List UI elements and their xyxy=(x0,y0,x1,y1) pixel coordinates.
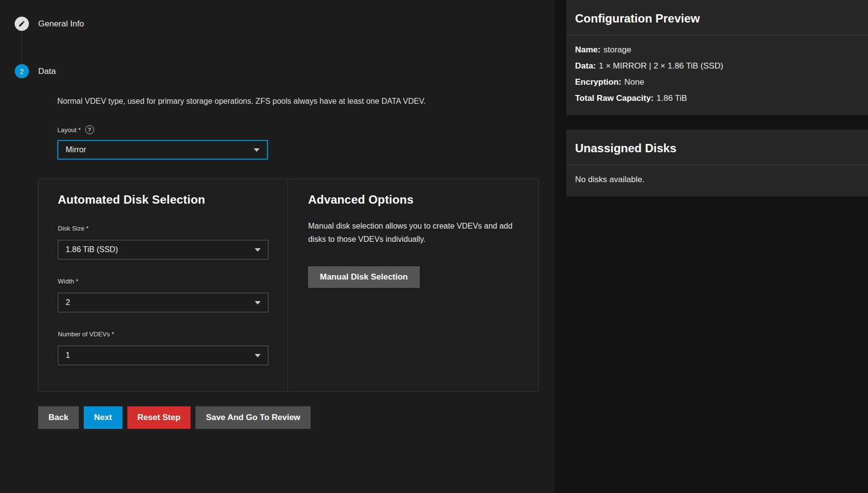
number-of-vdevs-label: Number of VDEVs * xyxy=(58,330,288,338)
config-row-name-label: Name: xyxy=(575,45,601,54)
edit-icon xyxy=(18,20,25,27)
config-row-encryption-label: Encryption: xyxy=(575,77,621,87)
configuration-preview-card: Configuration Preview Name:storage Data:… xyxy=(566,0,868,115)
layout-select[interactable]: Mirror xyxy=(57,140,268,160)
vdev-description: Normal VDEV type, used for primary stora… xyxy=(57,97,554,106)
config-row-name: Name:storage xyxy=(575,45,859,55)
config-row-encryption-value: None xyxy=(624,77,644,87)
disk-selection-panel: Automated Disk Selection Disk Size * 1.8… xyxy=(38,179,539,392)
number-of-vdevs-value: 1 xyxy=(66,351,70,360)
chevron-down-icon xyxy=(255,301,261,305)
automated-disk-selection-section: Automated Disk Selection Disk Size * 1.8… xyxy=(39,179,288,391)
number-of-vdevs-select[interactable]: 1 xyxy=(58,346,268,365)
step-actions: Back Next Reset Step Save And Go To Revi… xyxy=(38,406,554,429)
chevron-down-icon xyxy=(255,248,261,252)
wizard-main: General Info 2 Data Normal VDEV type, us… xyxy=(0,0,554,493)
manual-disk-selection-button[interactable]: Manual Disk Selection xyxy=(308,266,420,288)
no-disks-message: No disks available. xyxy=(575,175,859,185)
disk-size-label: Disk Size * xyxy=(58,225,288,232)
width-value: 2 xyxy=(66,298,70,307)
layout-label: Layout * xyxy=(57,126,81,134)
right-sidebar: Configuration Preview Name:storage Data:… xyxy=(554,0,868,493)
data-step-body: Normal VDEV type, used for primary stora… xyxy=(57,97,554,160)
chevron-down-icon xyxy=(255,354,261,357)
step-data[interactable]: 2 Data xyxy=(0,64,554,78)
unassigned-disks-body: No disks available. xyxy=(566,165,868,196)
step-general-info[interactable]: General Info xyxy=(0,17,554,31)
stepper-connector xyxy=(22,31,22,64)
config-row-name-value: storage xyxy=(603,45,631,54)
config-row-data-value: 1 × MIRROR | 2 × 1.86 TiB (SSD) xyxy=(599,61,723,70)
pool-creation-wizard: General Info 2 Data Normal VDEV type, us… xyxy=(0,0,868,493)
disk-size-value: 1.86 TiB (SSD) xyxy=(66,245,118,254)
disk-size-field: Disk Size * 1.86 TiB (SSD) xyxy=(58,225,288,259)
reset-step-button[interactable]: Reset Step xyxy=(127,406,191,429)
step-1-indicator[interactable] xyxy=(15,17,29,31)
config-row-data-label: Data: xyxy=(575,61,596,70)
layout-label-row: Layout * ? xyxy=(57,125,554,134)
number-of-vdevs-field: Number of VDEVs * 1 xyxy=(58,330,288,365)
unassigned-disks-header: Unassigned Disks xyxy=(566,130,868,165)
configuration-preview-title: Configuration Preview xyxy=(575,12,859,25)
layout-select-value: Mirror xyxy=(66,145,86,154)
help-icon[interactable]: ? xyxy=(85,125,94,134)
width-field: Width * 2 xyxy=(58,278,288,312)
config-row-total-raw-capacity-value: 1.86 TiB xyxy=(656,94,687,103)
unassigned-disks-title: Unassigned Disks xyxy=(575,141,859,155)
automated-section-title: Automated Disk Selection xyxy=(58,193,288,207)
configuration-preview-body: Name:storage Data:1 × MIRROR | 2 × 1.86 … xyxy=(566,35,868,115)
advanced-options-section: Advanced Options Manual disk selection a… xyxy=(288,179,538,391)
advanced-section-title: Advanced Options xyxy=(308,193,519,207)
step-1-label: General Info xyxy=(38,19,84,29)
chevron-down-icon xyxy=(254,148,260,152)
config-row-encryption: Encryption:None xyxy=(575,77,859,87)
save-and-go-to-review-button[interactable]: Save And Go To Review xyxy=(195,406,311,429)
width-select[interactable]: 2 xyxy=(58,293,268,312)
step-2-indicator[interactable]: 2 xyxy=(15,64,29,78)
config-row-total-raw-capacity-label: Total Raw Capacity: xyxy=(575,94,653,103)
advanced-description: Manual disk selection allows you to crea… xyxy=(308,219,519,246)
configuration-preview-header: Configuration Preview xyxy=(566,0,868,35)
config-row-total-raw-capacity: Total Raw Capacity:1.86 TiB xyxy=(575,94,859,103)
back-button[interactable]: Back xyxy=(38,406,79,429)
step-2-label: Data xyxy=(38,67,56,76)
disk-size-select[interactable]: 1.86 TiB (SSD) xyxy=(58,240,268,259)
unassigned-disks-card: Unassigned Disks No disks available. xyxy=(566,130,868,196)
next-button[interactable]: Next xyxy=(84,406,122,429)
config-row-data: Data:1 × MIRROR | 2 × 1.86 TiB (SSD) xyxy=(575,61,859,71)
width-label: Width * xyxy=(58,278,288,285)
